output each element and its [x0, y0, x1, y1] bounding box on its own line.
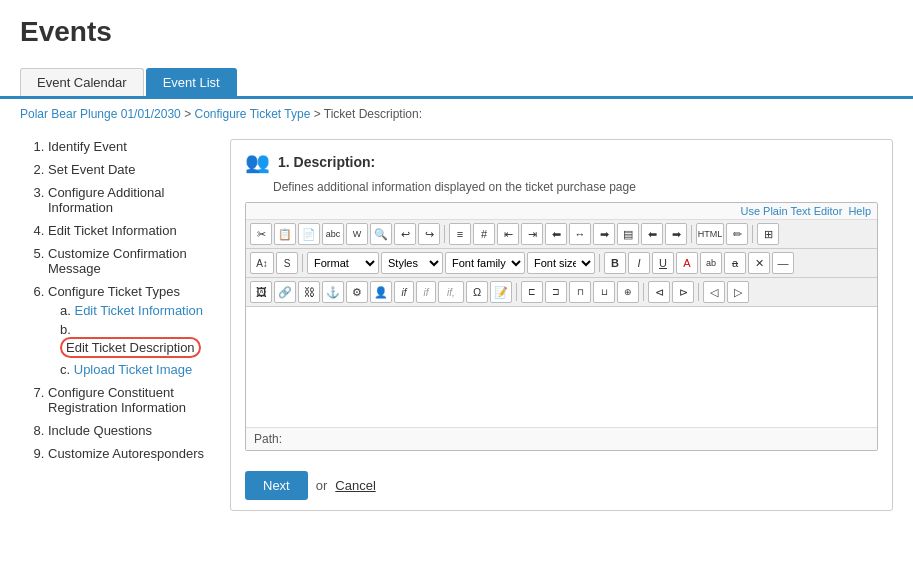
- strikethrough-button[interactable]: a: [724, 252, 746, 274]
- increase-indent-icon[interactable]: ⇥: [521, 223, 543, 245]
- toolbar-row-2: A↕ S Format Styles Font family Font size: [246, 249, 877, 278]
- template-icon[interactable]: 📝: [490, 281, 512, 303]
- find-icon[interactable]: 🔍: [370, 223, 392, 245]
- sidebar-link-a[interactable]: Edit Ticket Information: [74, 303, 203, 318]
- or-label: or: [316, 478, 328, 493]
- if-icon[interactable]: if: [394, 281, 414, 303]
- table-cell-icon[interactable]: ⊓: [569, 281, 591, 303]
- action-row: Next or Cancel: [231, 461, 892, 510]
- sep3: [752, 225, 753, 243]
- align-center-icon[interactable]: ↔: [569, 223, 591, 245]
- align-left-icon[interactable]: ⬅: [545, 223, 567, 245]
- sidebar-link-b-highlighted[interactable]: Edit Ticket Description: [60, 337, 201, 358]
- breadcrumb-current: Ticket Description:: [324, 107, 422, 121]
- undo-icon[interactable]: ↩: [394, 223, 416, 245]
- sidebar-item-7: Configure Constituent Registration Infor…: [48, 385, 210, 415]
- dash-button[interactable]: —: [772, 252, 794, 274]
- bold-button[interactable]: B: [604, 252, 626, 274]
- sidebar-item-4: Edit Ticket Information: [48, 223, 210, 238]
- copy-icon[interactable]: 📋: [274, 223, 296, 245]
- sidebar-list: Identify Event Set Event Date Configure …: [30, 139, 210, 461]
- align-right-icon[interactable]: ➡: [593, 223, 615, 245]
- align-right3-icon[interactable]: ▷: [727, 281, 749, 303]
- use-plain-text-link[interactable]: Use Plain Text Editor: [740, 205, 842, 217]
- table-merge-icon[interactable]: ⊔: [593, 281, 615, 303]
- form-left-icon[interactable]: ⊲: [648, 281, 670, 303]
- table-split-icon[interactable]: ⊕: [617, 281, 639, 303]
- unlink-icon[interactable]: ⛓: [298, 281, 320, 303]
- people-icon: 👥: [245, 150, 270, 174]
- editor-top-bar: Use Plain Text Editor Help: [246, 203, 877, 220]
- form-right-icon[interactable]: ⊳: [672, 281, 694, 303]
- table-col-icon[interactable]: ⊏: [521, 281, 543, 303]
- align-left3-icon[interactable]: ◁: [703, 281, 725, 303]
- sidebar-subitem-c[interactable]: c. Upload Ticket Image: [60, 362, 210, 377]
- omega-icon[interactable]: Ω: [466, 281, 488, 303]
- highlight-button[interactable]: ab: [700, 252, 722, 274]
- section-header: 👥 1. Description:: [231, 140, 892, 180]
- font-family-select[interactable]: Font family: [445, 252, 525, 274]
- table-icon[interactable]: ⊞: [757, 223, 779, 245]
- editor-container: Use Plain Text Editor Help ✂ 📋 📄 abc W 🔍…: [245, 202, 878, 451]
- cancel-button[interactable]: Cancel: [335, 478, 375, 493]
- next-button[interactable]: Next: [245, 471, 308, 500]
- section-title: 1. Description:: [278, 154, 375, 170]
- source-icon[interactable]: ✏: [726, 223, 748, 245]
- font-size-icon[interactable]: A↕: [250, 252, 274, 274]
- sep7: [643, 283, 644, 301]
- sidebar: Identify Event Set Event Date Configure …: [10, 129, 220, 521]
- styles-select[interactable]: Styles: [381, 252, 443, 274]
- tab-event-list[interactable]: Event List: [146, 68, 237, 96]
- numbered-list-icon[interactable]: #: [473, 223, 495, 245]
- path-label: Path:: [254, 432, 282, 446]
- redo-icon[interactable]: ↪: [418, 223, 440, 245]
- breadcrumb-link-2[interactable]: Configure Ticket Type: [194, 107, 310, 121]
- font-color-button[interactable]: A: [676, 252, 698, 274]
- underline-button[interactable]: U: [652, 252, 674, 274]
- content-area: 👥 1. Description: Defines additional inf…: [220, 129, 903, 521]
- sep2: [691, 225, 692, 243]
- paste-text-icon[interactable]: abc: [322, 223, 344, 245]
- image-icon[interactable]: 🖼: [250, 281, 272, 303]
- section-box: 👥 1. Description: Defines additional inf…: [230, 139, 893, 511]
- if2-icon[interactable]: if: [416, 281, 436, 303]
- decrease-indent-icon[interactable]: ⇤: [497, 223, 519, 245]
- cut-icon[interactable]: ✂: [250, 223, 272, 245]
- anchor-icon[interactable]: ⚓: [322, 281, 344, 303]
- sidebar-item-6: Configure Ticket Types a. Edit Ticket In…: [48, 284, 210, 377]
- section-desc: Defines additional information displayed…: [231, 180, 892, 202]
- paste-word-icon[interactable]: W: [346, 223, 368, 245]
- link-icon[interactable]: 🔗: [274, 281, 296, 303]
- sep6: [516, 283, 517, 301]
- styles-icon[interactable]: S: [276, 252, 298, 274]
- sidebar-subitem-a[interactable]: a. Edit Ticket Information: [60, 303, 210, 318]
- table-row-icon[interactable]: ⊐: [545, 281, 567, 303]
- breadcrumb-link-1[interactable]: Polar Bear Plunge 01/01/2030: [20, 107, 181, 121]
- page-header: Events: [0, 0, 913, 68]
- sidebar-item-3: Configure Additional Information: [48, 185, 210, 215]
- html-icon[interactable]: HTML: [696, 223, 724, 245]
- toolbar-row-1: ✂ 📋 📄 abc W 🔍 ↩ ↪ ≡ # ⇤ ⇥ ⬅ ↔ ➡ ▤: [246, 220, 877, 249]
- breadcrumb: Polar Bear Plunge 01/01/2030 > Configure…: [0, 99, 913, 129]
- remove-format-button[interactable]: ✕: [748, 252, 770, 274]
- settings-icon[interactable]: ⚙: [346, 281, 368, 303]
- align-justify-icon[interactable]: ▤: [617, 223, 639, 245]
- page-title: Events: [20, 16, 893, 48]
- font-size-select[interactable]: Font size: [527, 252, 595, 274]
- if3-icon[interactable]: if,: [438, 281, 464, 303]
- align-left2-icon[interactable]: ⬅: [641, 223, 663, 245]
- sep1: [444, 225, 445, 243]
- paste-icon[interactable]: 📄: [298, 223, 320, 245]
- sidebar-link-c[interactable]: Upload Ticket Image: [74, 362, 193, 377]
- tab-event-calendar[interactable]: Event Calendar: [20, 68, 144, 96]
- italic-button[interactable]: I: [628, 252, 650, 274]
- breadcrumb-sep-2: >: [314, 107, 324, 121]
- help-link[interactable]: Help: [848, 205, 871, 217]
- sidebar-subitem-b[interactable]: b. Edit Ticket Description: [60, 322, 210, 358]
- editor-body[interactable]: [246, 307, 877, 427]
- sep8: [698, 283, 699, 301]
- bullet-list-icon[interactable]: ≡: [449, 223, 471, 245]
- align-right2-icon[interactable]: ➡: [665, 223, 687, 245]
- person-icon[interactable]: 👤: [370, 281, 392, 303]
- format-select[interactable]: Format: [307, 252, 379, 274]
